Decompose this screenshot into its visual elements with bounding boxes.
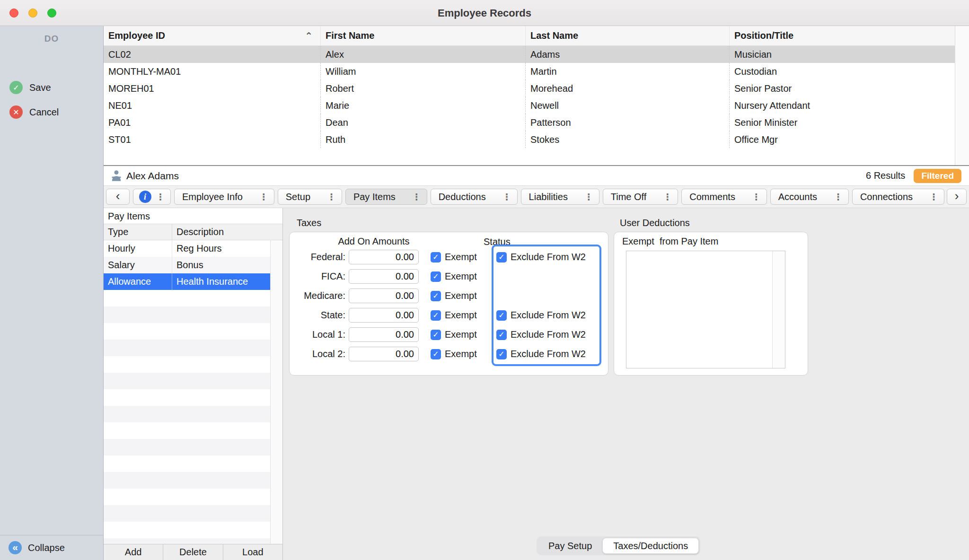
addon-input-medicare[interactable]	[349, 289, 419, 303]
exempt-pay-item-list[interactable]	[626, 251, 785, 368]
exclude-w2-label: Exclude From W2	[511, 310, 586, 321]
overflow-menu-icon[interactable]: ⋮	[834, 192, 843, 202]
exclude-w2-checkbox-local1[interactable]	[496, 330, 507, 340]
tab-setup[interactable]: Setup ⋮	[278, 189, 342, 205]
tab-comments[interactable]: Comments ⋮	[681, 189, 767, 205]
employee-row[interactable]: MOREH01 Robert Morehead Senior Pastor	[104, 80, 955, 97]
pay-items-list: Hourly Reg Hours Salary Bonus Allowance …	[104, 240, 270, 544]
exempt-checkbox-local1[interactable]	[431, 330, 441, 340]
add-button[interactable]: Add	[104, 544, 163, 560]
cancel-button[interactable]: ✕ Cancel	[0, 102, 103, 122]
column-header-first-name[interactable]: First Name	[320, 26, 525, 45]
pay-item-row[interactable]: Hourly Reg Hours	[104, 240, 270, 257]
column-header-position[interactable]: Position/Title	[729, 26, 969, 45]
column-header-type[interactable]: Type	[104, 224, 172, 240]
exempt-checkbox-fica[interactable]	[431, 271, 441, 282]
pay-items-panel: Pay Items Type Description Hourly Reg Ho…	[104, 208, 283, 560]
tab-taxes-deductions[interactable]: Taxes/Deductions	[602, 538, 699, 554]
column-header-label: Last Name	[530, 30, 578, 41]
exempt-checkbox-local2[interactable]	[431, 349, 441, 359]
pay-detail-tabs: Pay Setup Taxes/Deductions	[537, 536, 700, 555]
overflow-menu-icon[interactable]: ⋮	[663, 192, 672, 202]
tab-liabilities[interactable]: Liabilities ⋮	[521, 189, 599, 205]
exempt-from-pay-item-label: Exempt from Pay Item	[622, 236, 718, 247]
overflow-menu-icon[interactable]: ⋮	[156, 192, 165, 202]
exclude-w2-label: Exclude From W2	[511, 349, 586, 359]
employee-table-scrollbar[interactable]	[955, 26, 969, 165]
tab-label: Employee Info	[182, 192, 243, 202]
exempt-checkbox-federal[interactable]	[431, 252, 441, 262]
pay-item-row[interactable]: Salary Bonus	[104, 257, 270, 273]
pay-item-row[interactable]: Allowance Health Insurance	[104, 273, 270, 290]
pay-items-scrollbar[interactable]	[270, 240, 282, 544]
employee-row[interactable]: NE01 Marie Newell Nursery Attendant	[104, 97, 955, 114]
window-title: Employee Records	[0, 0, 969, 26]
tab-deductions[interactable]: Deductions ⋮	[431, 189, 518, 205]
cancel-button-label: Cancel	[29, 107, 59, 118]
results-count: 6 Results	[866, 170, 905, 181]
exclude-w2-checkbox-state[interactable]	[496, 310, 507, 321]
employee-row[interactable]: MONTHLY-MA01 William Martin Custodian	[104, 63, 955, 80]
close-window-button[interactable]	[9, 9, 18, 18]
addon-input-federal[interactable]	[349, 250, 419, 264]
column-header-employee-id[interactable]: Employee ID ⌃	[104, 26, 320, 45]
overflow-menu-icon[interactable]: ⋮	[327, 192, 336, 202]
cell-first-name: Alex	[320, 46, 525, 63]
tax-row-medicare: Medicare: Exempt	[290, 286, 602, 306]
overflow-menu-icon[interactable]: ⋮	[752, 192, 761, 202]
employee-row[interactable]: PA01 Dean Patterson Senior Minister	[104, 114, 955, 131]
tab-pay-items[interactable]: Pay Items ⋮	[345, 189, 427, 205]
employee-row[interactable]: ST01 Ruth Stokes Office Mgr	[104, 131, 955, 148]
exempt-checkbox-medicare[interactable]	[431, 291, 441, 301]
tab-accounts[interactable]: Accounts ⋮	[770, 189, 849, 205]
exempt-list-scrollbar[interactable]	[772, 251, 785, 368]
record-tab-bar: ‹ i ⋮ Employee Info ⋮ Setup ⋮ Pay Items …	[104, 186, 969, 208]
overflow-menu-icon[interactable]: ⋮	[584, 192, 593, 202]
cell-position: Custodian	[729, 63, 955, 80]
exclude-w2-checkbox-federal[interactable]	[496, 252, 507, 262]
addon-input-state[interactable]	[349, 308, 419, 323]
tab-connections[interactable]: Connections ⋮	[852, 189, 944, 205]
delete-button[interactable]: Delete	[163, 544, 222, 560]
tab-time-off[interactable]: Time Off ⋮	[603, 189, 678, 205]
column-header-description[interactable]: Description	[172, 224, 282, 240]
cell-description: Reg Hours	[172, 240, 270, 257]
tab-label: Comments	[689, 192, 735, 202]
tab-pay-setup[interactable]: Pay Setup	[538, 538, 602, 554]
tax-row-fica: FICA: Exempt	[290, 267, 602, 286]
exempt-checkbox-state[interactable]	[431, 310, 441, 321]
sort-ascending-icon: ⌃	[305, 30, 320, 42]
exempt-label: Exempt	[445, 310, 477, 321]
addon-input-local1[interactable]	[349, 327, 419, 342]
save-button[interactable]: ✓ Save	[0, 77, 103, 98]
employee-row[interactable]: CL02 Alex Adams Musician	[104, 46, 955, 63]
exempt-label: Exempt	[445, 252, 477, 262]
tax-row-federal: Federal: Exempt Exclude From W2	[290, 247, 602, 267]
minimize-window-button[interactable]	[28, 9, 37, 18]
overflow-menu-icon[interactable]: ⋮	[502, 192, 511, 202]
cell-position: Senior Pastor	[729, 80, 955, 97]
cell-description: Health Insurance	[172, 273, 270, 290]
overflow-menu-icon[interactable]: ⋮	[259, 192, 268, 202]
cell-description: Bonus	[172, 257, 270, 273]
tab-employee-info[interactable]: Employee Info ⋮	[174, 189, 274, 205]
zoom-window-button[interactable]	[47, 9, 56, 18]
column-header-last-name[interactable]: Last Name	[525, 26, 729, 45]
save-check-icon: ✓	[9, 81, 23, 94]
cell-first-name: Ruth	[320, 131, 525, 148]
employee-table-rows: CL02 Alex Adams Musician MONTHLY-MA01 Wi…	[104, 46, 955, 148]
filtered-badge[interactable]: Filtered	[914, 169, 961, 183]
cell-last-name: Newell	[525, 97, 729, 114]
exclude-w2-checkbox-local2[interactable]	[496, 349, 507, 359]
load-button[interactable]: Load	[223, 544, 282, 560]
collapse-button[interactable]: « Collapse	[0, 535, 103, 560]
addon-input-fica[interactable]	[349, 269, 419, 284]
next-tabs-button[interactable]: ›	[947, 189, 967, 205]
overflow-menu-icon[interactable]: ⋮	[412, 192, 421, 202]
addon-input-local2[interactable]	[349, 347, 419, 361]
tab-info[interactable]: i ⋮	[133, 189, 171, 205]
window-controls	[9, 9, 56, 18]
addon-amounts-header: Add On Amounts	[312, 236, 435, 247]
previous-record-button[interactable]: ‹	[106, 189, 130, 205]
overflow-menu-icon[interactable]: ⋮	[929, 192, 938, 202]
